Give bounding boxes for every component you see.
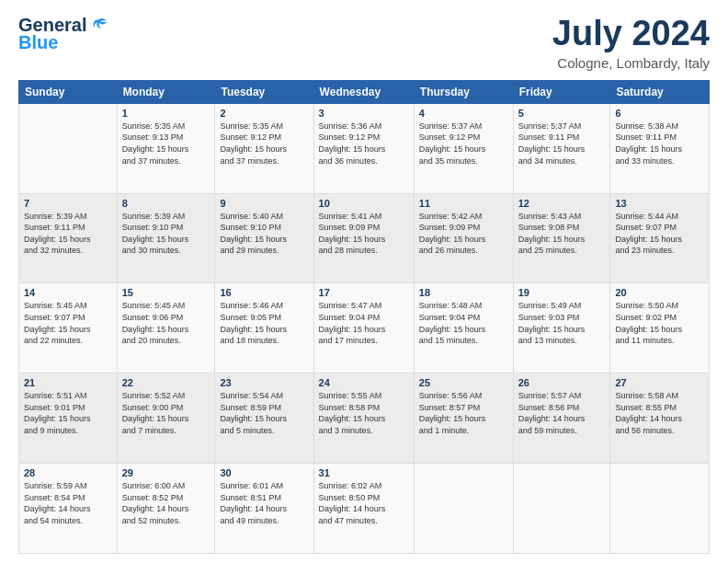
calendar-cell: 5Sunrise: 5:37 AM Sunset: 9:11 PM Daylig… [513, 103, 610, 193]
cell-content: Sunrise: 6:00 AM Sunset: 8:52 PM Dayligh… [122, 480, 210, 526]
day-number: 11 [419, 198, 508, 209]
calendar-cell: 13Sunrise: 5:44 AM Sunset: 9:07 PM Dayli… [610, 193, 710, 283]
header: General Blue July 2024 Cologne, Lombardy… [18, 15, 710, 71]
cell-content: Sunrise: 5:38 AM Sunset: 9:11 PM Dayligh… [615, 121, 704, 167]
calendar-cell: 12Sunrise: 5:43 AM Sunset: 9:08 PM Dayli… [513, 193, 610, 283]
day-number: 21 [24, 377, 112, 388]
day-number: 14 [24, 287, 112, 298]
cell-content: Sunrise: 5:59 AM Sunset: 8:54 PM Dayligh… [24, 480, 112, 526]
weekday-header-saturday: Saturday [610, 80, 710, 103]
calendar-cell: 15Sunrise: 5:45 AM Sunset: 9:06 PM Dayli… [117, 283, 215, 373]
day-number: 29 [122, 467, 210, 478]
weekday-header-wednesday: Wednesday [313, 80, 414, 103]
calendar-cell: 28Sunrise: 5:59 AM Sunset: 8:54 PM Dayli… [19, 464, 118, 554]
cell-content: Sunrise: 5:39 AM Sunset: 9:10 PM Dayligh… [122, 211, 210, 257]
cell-content: Sunrise: 5:36 AM Sunset: 9:12 PM Dayligh… [319, 121, 409, 167]
calendar-week-row: 1Sunrise: 5:35 AM Sunset: 9:13 PM Daylig… [19, 103, 710, 193]
calendar-cell [610, 464, 710, 554]
calendar-cell: 22Sunrise: 5:52 AM Sunset: 9:00 PM Dayli… [117, 373, 215, 464]
day-number: 22 [122, 377, 210, 388]
day-number: 6 [615, 108, 704, 119]
calendar-cell [513, 464, 610, 554]
cell-content: Sunrise: 5:49 AM Sunset: 9:03 PM Dayligh… [518, 300, 606, 346]
day-number: 26 [518, 377, 606, 388]
calendar-cell: 31Sunrise: 6:02 AM Sunset: 8:50 PM Dayli… [313, 464, 414, 554]
logo-blue-text: Blue [18, 32, 58, 53]
day-number: 24 [319, 377, 409, 388]
logo: General Blue [18, 15, 108, 53]
cell-content: Sunrise: 5:58 AM Sunset: 8:55 PM Dayligh… [615, 390, 704, 436]
day-number: 20 [615, 287, 704, 298]
calendar-week-row: 28Sunrise: 5:59 AM Sunset: 8:54 PM Dayli… [19, 464, 710, 554]
calendar-cell: 27Sunrise: 5:58 AM Sunset: 8:55 PM Dayli… [610, 373, 710, 464]
calendar-cell: 1Sunrise: 5:35 AM Sunset: 9:13 PM Daylig… [117, 103, 215, 193]
calendar-cell: 30Sunrise: 6:01 AM Sunset: 8:51 PM Dayli… [215, 464, 313, 554]
calendar-cell: 24Sunrise: 5:55 AM Sunset: 8:58 PM Dayli… [313, 373, 414, 464]
cell-content: Sunrise: 6:01 AM Sunset: 8:51 PM Dayligh… [220, 480, 308, 526]
cell-content: Sunrise: 6:02 AM Sunset: 8:50 PM Dayligh… [319, 480, 409, 526]
cell-content: Sunrise: 5:40 AM Sunset: 9:10 PM Dayligh… [220, 211, 308, 257]
calendar-cell: 9Sunrise: 5:40 AM Sunset: 9:10 PM Daylig… [215, 193, 313, 283]
calendar-week-row: 21Sunrise: 5:51 AM Sunset: 9:01 PM Dayli… [19, 373, 710, 464]
cell-content: Sunrise: 5:35 AM Sunset: 9:13 PM Dayligh… [122, 121, 210, 167]
calendar-week-row: 7Sunrise: 5:39 AM Sunset: 9:11 PM Daylig… [19, 193, 710, 283]
calendar-cell: 20Sunrise: 5:50 AM Sunset: 9:02 PM Dayli… [610, 283, 710, 373]
cell-content: Sunrise: 5:48 AM Sunset: 9:04 PM Dayligh… [419, 300, 508, 346]
location-title: Cologne, Lombardy, Italy [552, 55, 710, 71]
day-number: 17 [319, 287, 409, 298]
calendar-cell: 29Sunrise: 6:00 AM Sunset: 8:52 PM Dayli… [117, 464, 215, 554]
cell-content: Sunrise: 5:55 AM Sunset: 8:58 PM Dayligh… [319, 390, 409, 436]
cell-content: Sunrise: 5:54 AM Sunset: 8:59 PM Dayligh… [220, 390, 308, 436]
cell-content: Sunrise: 5:50 AM Sunset: 9:02 PM Dayligh… [615, 300, 704, 346]
calendar-cell: 10Sunrise: 5:41 AM Sunset: 9:09 PM Dayli… [313, 193, 414, 283]
day-number: 1 [122, 108, 210, 119]
day-number: 3 [319, 108, 409, 119]
calendar-cell [19, 103, 118, 193]
calendar-cell: 16Sunrise: 5:46 AM Sunset: 9:05 PM Dayli… [215, 283, 313, 373]
calendar-cell: 17Sunrise: 5:47 AM Sunset: 9:04 PM Dayli… [313, 283, 414, 373]
day-number: 9 [220, 198, 308, 209]
calendar-cell: 25Sunrise: 5:56 AM Sunset: 8:57 PM Dayli… [414, 373, 513, 464]
day-number: 19 [518, 287, 606, 298]
weekday-header-tuesday: Tuesday [215, 80, 313, 103]
day-number: 18 [419, 287, 508, 298]
calendar-cell: 11Sunrise: 5:42 AM Sunset: 9:09 PM Dayli… [414, 193, 513, 283]
day-number: 7 [24, 198, 112, 209]
cell-content: Sunrise: 5:41 AM Sunset: 9:09 PM Dayligh… [319, 211, 409, 257]
day-number: 25 [419, 377, 508, 388]
day-number: 15 [122, 287, 210, 298]
day-number: 4 [419, 108, 508, 119]
calendar-table: SundayMondayTuesdayWednesdayThursdayFrid… [18, 80, 710, 554]
calendar-cell: 3Sunrise: 5:36 AM Sunset: 9:12 PM Daylig… [313, 103, 414, 193]
cell-content: Sunrise: 5:37 AM Sunset: 9:11 PM Dayligh… [518, 121, 606, 167]
calendar-page: General Blue July 2024 Cologne, Lombardy… [0, 0, 728, 563]
calendar-cell: 23Sunrise: 5:54 AM Sunset: 8:59 PM Dayli… [215, 373, 313, 464]
day-number: 12 [518, 198, 606, 209]
calendar-cell: 14Sunrise: 5:45 AM Sunset: 9:07 PM Dayli… [19, 283, 118, 373]
day-number: 28 [24, 467, 112, 478]
day-number: 13 [615, 198, 704, 209]
day-number: 2 [220, 108, 308, 119]
cell-content: Sunrise: 5:45 AM Sunset: 9:07 PM Dayligh… [24, 300, 112, 346]
day-number: 27 [615, 377, 704, 388]
month-title: July 2024 [552, 15, 710, 53]
weekday-header-sunday: Sunday [19, 80, 118, 103]
cell-content: Sunrise: 5:43 AM Sunset: 9:08 PM Dayligh… [518, 211, 606, 257]
cell-content: Sunrise: 5:51 AM Sunset: 9:01 PM Dayligh… [24, 390, 112, 436]
calendar-cell: 19Sunrise: 5:49 AM Sunset: 9:03 PM Dayli… [513, 283, 610, 373]
day-number: 16 [220, 287, 308, 298]
logo-bird-icon [88, 16, 108, 36]
day-number: 31 [319, 467, 409, 478]
cell-content: Sunrise: 5:39 AM Sunset: 9:11 PM Dayligh… [24, 211, 112, 257]
title-area: July 2024 Cologne, Lombardy, Italy [552, 15, 710, 71]
calendar-cell: 7Sunrise: 5:39 AM Sunset: 9:11 PM Daylig… [19, 193, 118, 283]
cell-content: Sunrise: 5:42 AM Sunset: 9:09 PM Dayligh… [419, 211, 508, 257]
weekday-header-friday: Friday [513, 80, 610, 103]
day-number: 8 [122, 198, 210, 209]
cell-content: Sunrise: 5:35 AM Sunset: 9:12 PM Dayligh… [220, 121, 308, 167]
calendar-cell: 6Sunrise: 5:38 AM Sunset: 9:11 PM Daylig… [610, 103, 710, 193]
day-number: 30 [220, 467, 308, 478]
cell-content: Sunrise: 5:56 AM Sunset: 8:57 PM Dayligh… [419, 390, 508, 436]
calendar-cell: 2Sunrise: 5:35 AM Sunset: 9:12 PM Daylig… [215, 103, 313, 193]
cell-content: Sunrise: 5:47 AM Sunset: 9:04 PM Dayligh… [319, 300, 409, 346]
